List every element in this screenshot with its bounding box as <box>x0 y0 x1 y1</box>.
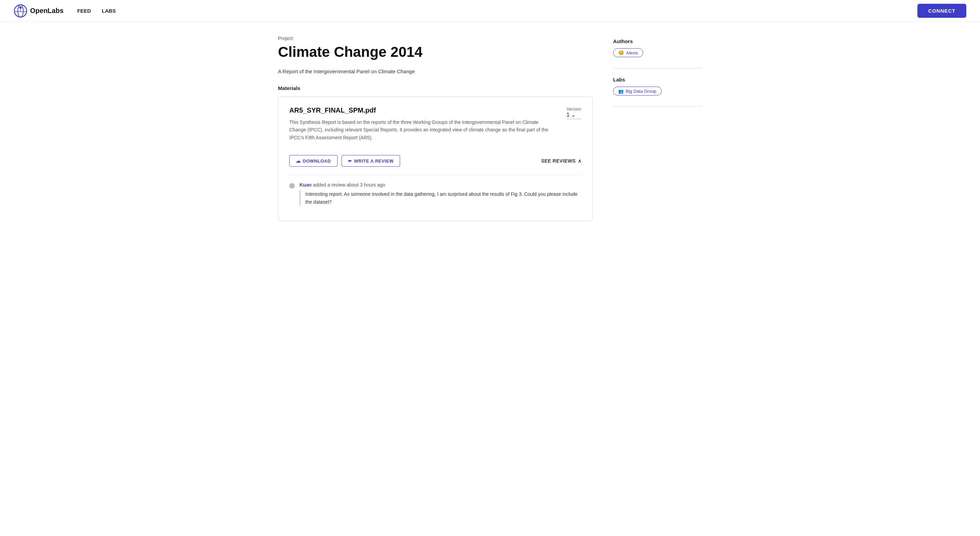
sidebar-divider-2 <box>613 107 702 107</box>
face-icon <box>618 50 624 56</box>
authors-title: Authors <box>613 38 702 44</box>
version-value: 1 <box>566 112 570 118</box>
author-badge-alexis[interactable]: Alexis <box>613 48 643 57</box>
labs-title: Labs <box>613 77 702 83</box>
see-reviews-label: SEE REVIEWS <box>541 158 576 164</box>
logo[interactable]: OpenLabs <box>14 4 64 18</box>
connect-button[interactable]: CONNECT <box>918 4 966 18</box>
version-control: Version 1 <box>566 107 581 119</box>
sidebar-authors-section: Authors Alexis <box>613 38 702 57</box>
version-select[interactable]: 1 <box>566 112 581 119</box>
material-description: This Synthesis Report is based on the re… <box>289 118 556 141</box>
write-review-label: WRITE A REVIEW <box>354 158 394 164</box>
nav-feed[interactable]: FEED <box>77 8 91 14</box>
edit-icon <box>348 158 352 164</box>
author-name: Alexis <box>626 50 638 56</box>
materials-label: Materials <box>278 85 593 91</box>
chevron-up-icon <box>578 158 581 164</box>
material-card: AR5_SYR_FINAL_SPM.pdf This Synthesis Rep… <box>278 97 593 221</box>
group-icon <box>618 88 624 94</box>
main-container: Project Climate Change 2014 A Report of … <box>251 22 729 235</box>
logo-text: OpenLabs <box>30 7 64 15</box>
download-button[interactable]: DOWNLOAD <box>289 155 337 167</box>
logo-icon <box>14 4 27 18</box>
download-label: DOWNLOAD <box>303 158 331 164</box>
write-review-button[interactable]: WRITE A REVIEW <box>342 155 401 167</box>
material-actions: DOWNLOAD WRITE A REVIEW SEE REVIEWS <box>289 155 581 167</box>
svg-point-3 <box>19 6 22 8</box>
sidebar-labs-section: Labs Big Data Group <box>613 77 702 96</box>
review-text: Interesting report. As someone involved … <box>305 190 581 206</box>
nav-labs[interactable]: LABS <box>102 8 116 14</box>
material-info: AR5_SYR_FINAL_SPM.pdf This Synthesis Rep… <box>289 107 556 150</box>
navbar: OpenLabs FEED LABS CONNECT <box>0 0 980 22</box>
see-reviews-button[interactable]: SEE REVIEWS <box>541 158 581 164</box>
download-icon <box>296 158 301 164</box>
reviews-section: Kuan added a review about 3 hours ago In… <box>289 175 581 206</box>
material-buttons: DOWNLOAD WRITE A REVIEW <box>289 155 400 167</box>
content-area: Project Climate Change 2014 A Report of … <box>278 36 593 221</box>
project-title: Climate Change 2014 <box>278 44 593 60</box>
review-meta: Kuan added a review about 3 hours ago <box>299 182 581 188</box>
chevron-down-icon <box>571 112 576 118</box>
lab-name: Big Data Group <box>626 89 657 94</box>
project-subtitle: A Report of the Intergovernmental Panel … <box>278 69 593 74</box>
sidebar-divider-1 <box>613 68 702 69</box>
nav-links: FEED LABS <box>77 8 918 14</box>
review-meta-suffix: added a review about 3 hours ago <box>313 182 385 188</box>
labs-list: Big Data Group <box>613 86 702 96</box>
lab-badge-big-data[interactable]: Big Data Group <box>613 86 662 96</box>
sidebar: Authors Alexis Labs Big Data Group <box>613 36 702 221</box>
review-item: Kuan added a review about 3 hours ago In… <box>289 182 581 206</box>
review-author-link[interactable]: Kuan <box>299 182 312 188</box>
project-label: Project <box>278 36 593 41</box>
authors-list: Alexis <box>613 48 702 57</box>
review-body: Kuan added a review about 3 hours ago In… <box>299 182 581 206</box>
reviewer-avatar <box>289 183 295 188</box>
review-text-block: Interesting report. As someone involved … <box>299 190 581 206</box>
version-label: Version <box>566 107 581 112</box>
version-header-row: AR5_SYR_FINAL_SPM.pdf This Synthesis Rep… <box>289 107 581 150</box>
material-filename: AR5_SYR_FINAL_SPM.pdf <box>289 107 556 114</box>
